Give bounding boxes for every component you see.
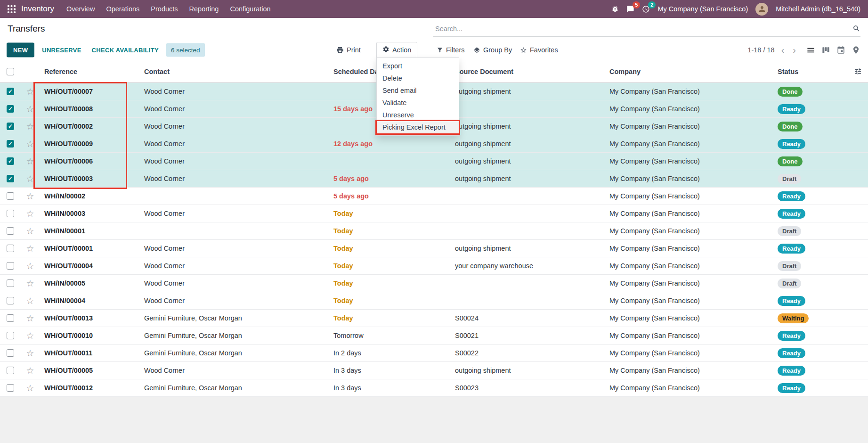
row-checkbox[interactable] [7,192,14,200]
row-favorite-star[interactable] [26,349,34,358]
row-checkbox[interactable] [7,384,14,392]
table-row[interactable]: WH/IN/00004 Wood Corner Today My Company… [0,292,868,310]
nav-item-operations[interactable]: Operations [100,0,145,18]
row-favorite-star[interactable] [26,314,34,323]
table-row[interactable]: WH/OUT/00001 Wood Corner Today outgoing … [0,240,868,257]
row-favorite-star[interactable] [26,192,34,201]
table-row[interactable]: WH/OUT/00011 Gemini Furniture, Oscar Mor… [0,345,868,362]
row-checkbox[interactable] [7,349,14,357]
company-switcher[interactable]: My Company (San Francisco) [657,5,748,13]
star-icon [520,47,527,54]
table-row[interactable]: WH/OUT/00003 Wood Corner 5 days ago outg… [0,170,868,188]
row-favorite-star[interactable] [26,331,34,340]
nav-item-configuration[interactable]: Configuration [224,0,276,18]
view-switch-calendar[interactable] [836,46,845,55]
row-favorite-star[interactable] [26,296,34,305]
row-favorite-star[interactable] [26,157,34,166]
row-favorite-star[interactable] [26,366,34,375]
menu-item-picking-excel-report[interactable]: Picking Excel Report [377,121,459,133]
table-row[interactable]: WH/IN/00001 Today My Company (San Franci… [0,222,868,240]
search-bar[interactable] [433,21,860,37]
row-checkbox[interactable] [7,210,14,217]
favorites-button[interactable]: Favorites [516,43,562,57]
pager-next-button[interactable] [791,45,798,55]
row-favorite-star[interactable] [26,209,34,218]
table-row[interactable]: WH/IN/00002 5 days ago My Company (San F… [0,188,868,205]
column-header-source-document[interactable]: Source Document [450,68,605,75]
row-checkbox[interactable] [7,245,14,252]
table-row[interactable]: WH/OUT/00012 Gemini Furniture, Oscar Mor… [0,379,868,397]
table-row[interactable]: WH/OUT/00004 Wood Corner Today your comp… [0,257,868,275]
row-checkbox[interactable] [7,123,14,130]
menu-item-export[interactable]: Export [377,60,459,72]
print-button[interactable]: Print [333,43,365,57]
table-row[interactable]: WH/IN/00003 Wood Corner Today My Company… [0,205,868,222]
row-favorite-star[interactable] [26,384,34,393]
view-switch-kanban[interactable] [821,46,830,55]
row-favorite-star[interactable] [26,122,34,131]
row-checkbox[interactable] [7,105,14,113]
column-header-reference[interactable]: Reference [40,68,139,75]
group-by-button[interactable]: Group By [470,43,516,57]
column-header-company[interactable]: Company [605,68,773,75]
row-checkbox[interactable] [7,297,14,304]
view-switch-list[interactable] [806,46,815,55]
row-checkbox[interactable] [7,157,14,165]
row-favorite-star[interactable] [26,262,34,271]
row-checkbox[interactable] [7,88,14,95]
table-row[interactable]: WH/OUT/00010 Gemini Furniture, Oscar Mor… [0,327,868,345]
select-all-checkbox[interactable] [7,68,14,75]
table-row[interactable]: WH/OUT/00006 Wood Corner outgoing shipme… [0,153,868,170]
user-menu[interactable]: Mitchell Admin (db_16_540) [776,5,860,13]
table-row[interactable]: WH/OUT/00009 Wood Corner 12 days ago out… [0,135,868,153]
table-row[interactable]: WH/OUT/00005 Wood Corner In 3 days outgo… [0,362,868,379]
row-checkbox[interactable] [7,314,14,322]
debug-button[interactable] [611,5,619,13]
row-checkbox[interactable] [7,175,14,182]
search-icon[interactable] [852,25,860,33]
row-checkbox[interactable] [7,262,14,270]
pager-previous-button[interactable] [779,45,787,55]
cell-scheduled-date: Today [329,227,450,235]
avatar[interactable] [755,3,768,16]
action-button[interactable]: Action [376,42,417,58]
check-availability-button[interactable]: CHECK AVAILABILITY [89,43,162,57]
row-checkbox[interactable] [7,367,14,374]
menu-item-send-email[interactable]: Send email [377,84,459,97]
menu-item-unreserve[interactable]: Unreserve [377,109,459,121]
unreserve-button[interactable]: UNRESERVE [39,43,84,57]
row-favorite-star[interactable] [26,139,34,148]
activities-button[interactable]: 2 [642,5,650,13]
filters-button[interactable]: Filters [433,43,468,57]
table-row[interactable]: WH/IN/00005 Wood Corner Today My Company… [0,275,868,292]
row-favorite-star[interactable] [26,244,34,253]
column-header-contact[interactable]: Contact [139,68,329,75]
print-label: Print [347,46,361,54]
menu-item-delete[interactable]: Delete [377,72,459,84]
table-row[interactable]: WH/OUT/00013 Gemini Furniture, Oscar Mor… [0,310,868,327]
row-checkbox[interactable] [7,332,14,339]
nav-item-overview[interactable]: Overview [61,0,100,18]
row-favorite-star[interactable] [26,227,34,236]
row-favorite-star[interactable] [26,105,34,114]
column-header-status[interactable]: Status [773,68,847,75]
view-switch-map[interactable] [852,46,860,55]
cell-company: My Company (San Francisco) [605,314,773,322]
messages-button[interactable]: 5 [626,5,634,13]
search-input[interactable] [433,25,852,33]
pager-range[interactable]: 1-18 / 18 [747,46,774,54]
new-button[interactable]: NEW [7,43,34,57]
row-favorite-star[interactable] [26,279,34,288]
row-checkbox[interactable] [7,227,14,235]
nav-item-products[interactable]: Products [145,0,183,18]
menu-item-validate[interactable]: Validate [377,97,459,109]
cell-contact: Gemini Furniture, Oscar Morgan [139,314,329,322]
optional-columns-button[interactable] [854,67,862,75]
row-checkbox[interactable] [7,279,14,287]
app-name[interactable]: Inventory [21,4,54,14]
row-checkbox[interactable] [7,140,14,148]
row-favorite-star[interactable] [26,87,34,96]
nav-item-reporting[interactable]: Reporting [184,0,225,18]
apps-menu-button[interactable] [8,5,17,13]
row-favorite-star[interactable] [26,174,34,183]
